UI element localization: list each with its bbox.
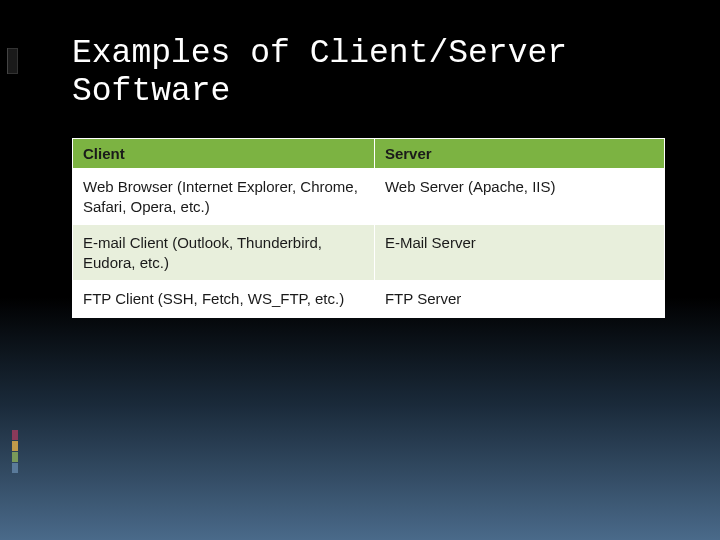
accent-bar-2 [12,441,18,451]
table-row: E-mail Client (Outlook, Thunderbird, Eud… [73,225,665,281]
cell-client: Web Browser (Internet Explorer, Chrome, … [73,169,375,225]
cell-server: Web Server (Apache, IIS) [374,169,664,225]
cell-client: E-mail Client (Outlook, Thunderbird, Eud… [73,225,375,281]
accent-bars [12,430,18,474]
accent-bar-3 [12,452,18,462]
header-server: Server [374,139,664,169]
cell-server: E-Mail Server [374,225,664,281]
accent-bar-4 [12,463,18,473]
client-server-table: Client Server Web Browser (Internet Expl… [72,138,665,318]
accent-bar-1 [12,430,18,440]
slide-edge-decoration-inner [0,48,8,74]
cell-server: FTP Server [374,281,664,318]
table-row: FTP Client (SSH, Fetch, WS_FTP, etc.) FT… [73,281,665,318]
header-client: Client [73,139,375,169]
table-row: Web Browser (Internet Explorer, Chrome, … [73,169,665,225]
cell-client: FTP Client (SSH, Fetch, WS_FTP, etc.) [73,281,375,318]
table-header-row: Client Server [73,139,665,169]
slide-title: Examples of Client/Server Software [72,35,720,111]
